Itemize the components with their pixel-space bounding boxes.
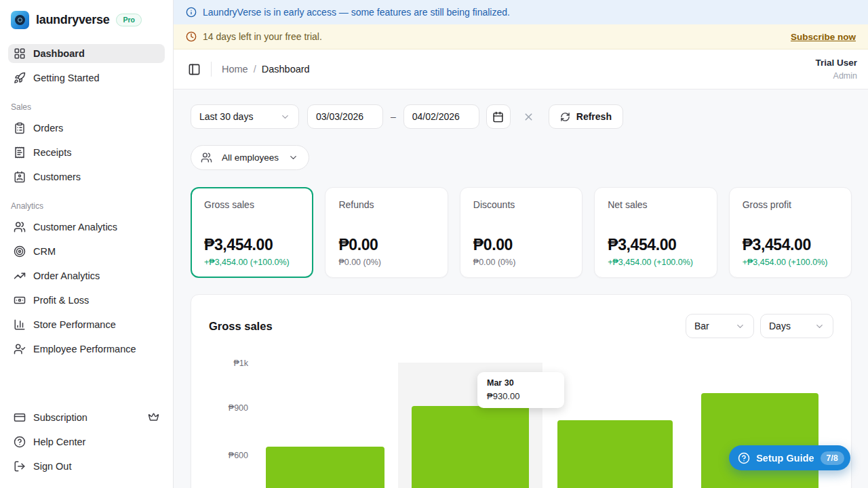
sidebar-item-orders[interactable]: Orders: [8, 119, 165, 138]
gross-sales-bar[interactable]: [412, 406, 529, 488]
stat-title: Discounts: [473, 199, 569, 210]
subscribe-now-link[interactable]: Subscribe now: [791, 32, 856, 42]
dashboard-grid-icon: [14, 47, 26, 60]
sidebar-item-label: Store Performance: [33, 319, 116, 330]
chevron-down-icon: [280, 112, 290, 122]
receipt-icon: [14, 146, 26, 159]
y-axis-tick-label: ₱1k: [208, 359, 248, 368]
sidebar-item-label: Customers: [33, 171, 81, 182]
sidebar-item-label: Employee Performance: [33, 344, 136, 354]
stat-card-net-sales[interactable]: Net sales ₱3,454.00 +₱3,454.00 (+100.0%): [594, 187, 717, 278]
tooltip-value: ₱930.00: [487, 391, 555, 401]
washing-machine-logo-icon: [11, 11, 29, 29]
sidebar-item-order-analytics[interactable]: Order Analytics: [8, 266, 165, 285]
refresh-button[interactable]: Refresh: [549, 104, 623, 129]
user-info[interactable]: Trial User Admin: [815, 56, 857, 82]
chevron-down-icon: [288, 152, 298, 163]
banknote-icon: [14, 294, 26, 306]
stat-change: +₱3,454.00 (+100.0%): [743, 258, 838, 267]
stat-card-gross-profit[interactable]: Gross profit ₱3,454.00 +₱3,454.00 (+100.…: [729, 187, 852, 278]
breadcrumb: Home / Dashboard: [222, 64, 310, 75]
dashboard-content: Last 30 days – Refresh: [174, 89, 868, 488]
credit-card-icon: [14, 411, 26, 424]
date-range-dash: –: [391, 111, 396, 122]
gross-sales-bar[interactable]: [701, 393, 818, 488]
sidebar-item-sign-out[interactable]: Sign Out: [8, 457, 165, 476]
app-name: laundryverse: [36, 13, 109, 27]
trial-text: 14 days left in your free trial.: [203, 31, 322, 42]
sidebar-item-getting-started[interactable]: Getting Started: [8, 68, 165, 87]
sidebar-item-label: Getting Started: [33, 73, 100, 83]
question-circle-icon: [738, 452, 750, 464]
app-logo: laundryverse Pro: [0, 0, 173, 36]
user-name: Trial User: [815, 56, 857, 70]
employee-filter-value: All employees: [222, 152, 279, 163]
sidebar-item-employee-performance[interactable]: Employee Performance: [8, 340, 165, 359]
sidebar-item-customers[interactable]: Customers: [8, 167, 165, 186]
sidebar-item-store-performance[interactable]: Store Performance: [8, 315, 165, 334]
gross-sales-bar[interactable]: [266, 447, 384, 488]
stat-card-gross-sales[interactable]: Gross sales ₱3,454.00 +₱3,454.00 (+100.0…: [191, 187, 313, 278]
employee-filter-select[interactable]: All employees: [191, 145, 309, 170]
users-icon: [14, 221, 26, 233]
sidebar-item-label: Profit & Loss: [33, 295, 89, 306]
sidebar-item-dashboard[interactable]: Dashboard: [8, 44, 165, 63]
y-axis-tick-label: ₱900: [208, 403, 248, 413]
sidebar-item-receipts[interactable]: Receipts: [8, 143, 165, 162]
top-header: Home / Dashboard Trial User Admin: [174, 49, 868, 89]
stats-row: Gross sales ₱3,454.00 +₱3,454.00 (+100.0…: [191, 187, 852, 278]
setup-guide-button[interactable]: Setup Guide 7/8: [729, 445, 850, 470]
employee-filter-row: All employees: [191, 145, 852, 170]
sidebar-item-label: Sign Out: [33, 461, 71, 472]
info-icon: [186, 7, 197, 18]
sidebar-footer: Subscription Help Center Sign Out: [0, 408, 173, 488]
early-access-banner: LaundryVerse is in early access — some f…: [174, 0, 868, 24]
refresh-icon: [560, 112, 570, 122]
stat-change: ₱0.00 (0%): [338, 258, 434, 267]
date-to-input[interactable]: [403, 104, 479, 129]
sidebar-item-crm[interactable]: CRM: [8, 242, 165, 261]
sidebar-item-profit-loss[interactable]: Profit & Loss: [8, 291, 165, 310]
gross-sales-bar[interactable]: [557, 420, 673, 488]
date-range-select[interactable]: Last 30 days: [191, 104, 299, 129]
calendar-button[interactable]: [486, 104, 511, 129]
sidebar-item-help-center[interactable]: Help Center: [8, 432, 165, 451]
sidebar-item-label: Subscription: [33, 412, 87, 423]
trial-banner: 14 days left in your free trial. Subscri…: [174, 24, 868, 49]
stat-value: ₱3,454.00: [743, 236, 838, 254]
sidebar-item-label: Order Analytics: [33, 270, 100, 281]
setup-guide-progress: 7/8: [821, 451, 844, 465]
stat-title: Refunds: [338, 199, 434, 210]
stat-card-refunds[interactable]: Refunds ₱0.00 ₱0.00 (0%): [325, 187, 448, 278]
stat-change: +₱3,454.00 (+100.0%): [608, 258, 703, 267]
sidebar-item-customer-analytics[interactable]: Customer Analytics: [8, 218, 165, 237]
sidebar-item-subscription[interactable]: Subscription: [8, 408, 165, 427]
main-area: LaundryVerse is in early access — some f…: [174, 0, 868, 488]
divider: [211, 62, 212, 77]
stat-value: ₱3,454.00: [608, 236, 703, 254]
date-range-value: Last 30 days: [199, 111, 253, 122]
clear-filter-icon[interactable]: [520, 108, 537, 125]
sidebar-item-label: Customer Analytics: [33, 222, 117, 232]
sidebar-item-label: Help Center: [33, 436, 85, 447]
tooltip-date: Mar 30: [487, 378, 555, 388]
stat-change: ₱0.00 (0%): [473, 258, 569, 267]
log-out-icon: [14, 460, 26, 472]
sidebar-item-label: Receipts: [33, 147, 71, 158]
stat-change: +₱3,454.00 (+100.0%): [204, 258, 300, 267]
stat-title: Net sales: [608, 199, 703, 210]
stat-value: ₱3,454.00: [204, 236, 300, 254]
date-from-input[interactable]: [307, 104, 383, 129]
user-check-icon: [14, 343, 26, 355]
trending-up-icon: [14, 270, 26, 282]
stat-card-discounts[interactable]: Discounts ₱0.00 ₱0.00 (0%): [460, 187, 583, 278]
breadcrumb-home[interactable]: Home: [222, 64, 248, 75]
refresh-label: Refresh: [576, 111, 612, 122]
sidebar-toggle-icon[interactable]: [185, 60, 203, 79]
breadcrumb-current: Dashboard: [262, 64, 310, 75]
target-icon: [14, 245, 26, 258]
stat-value: ₱0.00: [473, 236, 569, 254]
contact-card-icon: [14, 171, 26, 183]
rocket-icon: [14, 72, 26, 84]
users-round-icon: [201, 152, 212, 163]
